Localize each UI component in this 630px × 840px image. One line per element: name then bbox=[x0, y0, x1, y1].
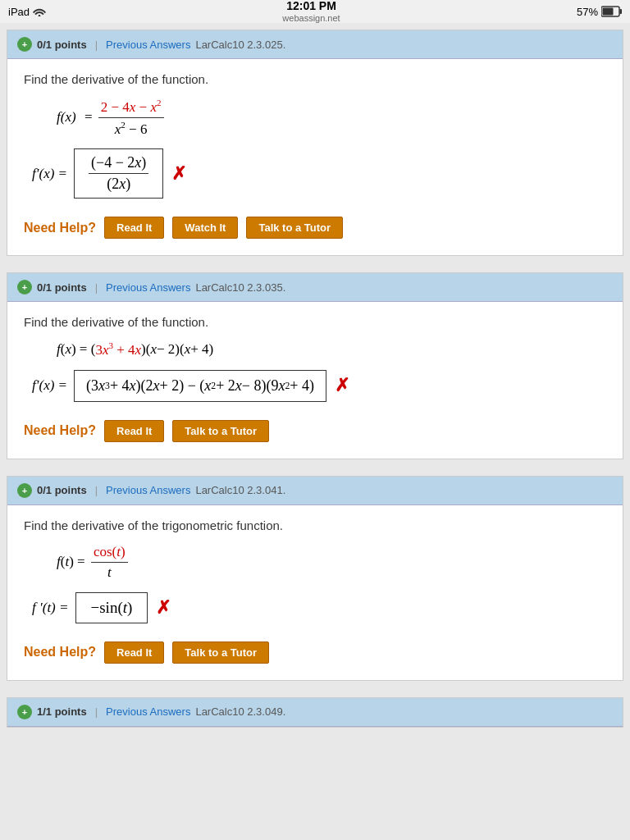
incorrect-icon-2: ✗ bbox=[335, 375, 349, 396]
problem-body-1: Find the derivative of the function. f(x… bbox=[7, 59, 623, 255]
problem-id-3: LarCalc10 2.3.041. bbox=[195, 484, 285, 496]
problem-id-4: LarCalc10 2.3.049. bbox=[195, 705, 285, 718]
problem-card-3: + 0/1 points | Previous Answers LarCalc1… bbox=[7, 476, 623, 681]
math-display-2: f(x) = (3x3 + 4x)(x − 2)(x + 4) bbox=[57, 340, 606, 358]
battery-label: 57% bbox=[577, 6, 598, 18]
answer-box-3[interactable]: −sin(t) bbox=[75, 592, 148, 623]
instruction-2: Find the derivative of the function. bbox=[24, 315, 606, 329]
incorrect-icon-3: ✗ bbox=[156, 597, 171, 619]
points-text-1: 0/1 points bbox=[37, 39, 87, 51]
answer-row-2: f′(x) = (3x3 + 4x)(2x + 2) − (x2 + 2x − … bbox=[32, 370, 606, 402]
problem-card-4: + 1/1 points | Previous Answers LarCalc1… bbox=[7, 697, 623, 728]
watch-it-btn-1[interactable]: Watch It bbox=[172, 217, 238, 239]
need-help-row-3: Need Help? Read It Talk to a Tutor bbox=[24, 637, 606, 667]
talk-to-tutor-btn-1[interactable]: Talk to a Tutor bbox=[246, 217, 343, 239]
problem-header-1: + 0/1 points | Previous Answers LarCalc1… bbox=[7, 30, 623, 59]
problem-body-2: Find the derivative of the function. f(x… bbox=[7, 302, 623, 459]
status-right: 57% bbox=[577, 6, 622, 18]
wifi-icon bbox=[33, 7, 46, 16]
svg-rect-3 bbox=[602, 8, 613, 16]
points-badge-4: + bbox=[17, 705, 32, 719]
problem-body-3: Find the derivative of the trigonometric… bbox=[7, 505, 623, 680]
answer-box-1[interactable]: (−4 − 2x) (2x) bbox=[74, 148, 163, 199]
prev-answers-link-3[interactable]: Previous Answers bbox=[106, 484, 190, 496]
prev-answers-link-2[interactable]: Previous Answers bbox=[106, 281, 190, 294]
problem-id-1: LarCalc10 2.3.025. bbox=[195, 39, 285, 51]
need-help-text-1: Need Help? bbox=[24, 221, 96, 235]
need-help-row-1: Need Help? Read It Watch It Talk to a Tu… bbox=[24, 212, 606, 242]
incorrect-icon-1: ✗ bbox=[171, 163, 186, 185]
points-text-3: 0/1 points bbox=[37, 484, 87, 496]
need-help-text-2: Need Help? bbox=[24, 423, 96, 438]
talk-to-tutor-btn-2[interactable]: Talk to a Tutor bbox=[172, 420, 269, 442]
answer-row-1: f′(x) = (−4 − 2x) (2x) ✗ bbox=[32, 148, 606, 199]
math-display-3: f(t) = cos(t) t bbox=[57, 544, 606, 581]
need-help-row-2: Need Help? Read It Talk to a Tutor bbox=[24, 415, 606, 445]
points-text-4: 1/1 points bbox=[37, 705, 87, 718]
status-center: 12:01 PM webassign.net bbox=[282, 0, 340, 24]
problem-header-2: + 0/1 points | Previous Answers LarCalc1… bbox=[7, 273, 623, 302]
instruction-3: Find the derivative of the trigonometric… bbox=[24, 518, 606, 532]
points-badge-1: + bbox=[17, 37, 32, 52]
prev-answers-link-1[interactable]: Previous Answers bbox=[106, 39, 190, 51]
svg-point-0 bbox=[39, 15, 41, 16]
svg-rect-2 bbox=[619, 9, 622, 14]
status-bar: iPad 12:01 PM webassign.net 57% bbox=[0, 0, 630, 23]
time-display: 12:01 PM bbox=[282, 0, 340, 13]
website-display: webassign.net bbox=[282, 13, 340, 24]
points-text-2: 0/1 points bbox=[37, 281, 87, 294]
prev-answers-link-4[interactable]: Previous Answers bbox=[106, 705, 190, 718]
main-content: + 0/1 points | Previous Answers LarCalc1… bbox=[0, 23, 630, 751]
points-badge-3: + bbox=[17, 483, 32, 498]
read-it-btn-2[interactable]: Read It bbox=[104, 420, 164, 442]
problem-card-1: + 0/1 points | Previous Answers LarCalc1… bbox=[7, 30, 623, 256]
problem-header-4: + 1/1 points | Previous Answers LarCalc1… bbox=[7, 698, 623, 727]
points-badge-2: + bbox=[17, 280, 32, 294]
read-it-btn-3[interactable]: Read It bbox=[104, 641, 164, 664]
device-label: iPad bbox=[8, 6, 30, 18]
problem-card-2: + 0/1 points | Previous Answers LarCalc1… bbox=[7, 272, 623, 459]
talk-to-tutor-btn-3[interactable]: Talk to a Tutor bbox=[172, 641, 269, 664]
need-help-text-3: Need Help? bbox=[24, 645, 96, 660]
math-display-1: f(x) = 2 − 4x − x2 x2 − 6 bbox=[57, 98, 606, 137]
battery-icon bbox=[601, 6, 622, 17]
problem-id-2: LarCalc10 2.3.035. bbox=[195, 281, 285, 294]
instruction-1: Find the derivative of the function. bbox=[24, 72, 606, 86]
answer-row-3: f ′(t) = −sin(t) ✗ bbox=[32, 592, 606, 623]
answer-box-2[interactable]: (3x3 + 4x)(2x + 2) − (x2 + 2x − 8)(9x2 +… bbox=[74, 370, 326, 402]
problem-header-3: + 0/1 points | Previous Answers LarCalc1… bbox=[7, 477, 623, 505]
status-left: iPad bbox=[8, 6, 46, 18]
read-it-btn-1[interactable]: Read It bbox=[104, 217, 164, 239]
